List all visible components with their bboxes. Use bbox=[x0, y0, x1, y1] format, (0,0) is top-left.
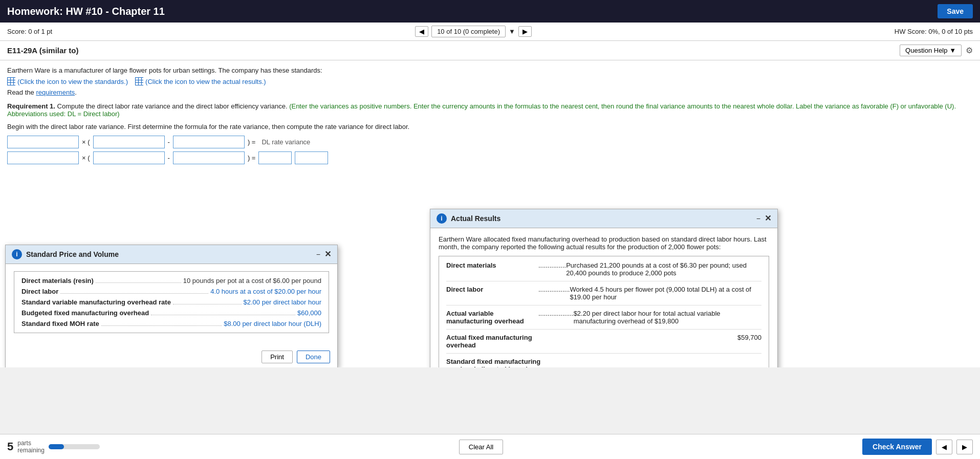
actual-intro-text: Earthern Ware allocated fixed manufactur… bbox=[439, 235, 769, 251]
actual-results-modal-header: i Actual Results − ✕ bbox=[430, 209, 777, 228]
intro-text: Earthern Ware is a manufacturer of large… bbox=[7, 67, 973, 74]
std-dots-3 bbox=[173, 304, 242, 304]
std-label-1: Direct materials (resin) bbox=[21, 277, 94, 285]
score-value: 0 of 1 pt bbox=[28, 28, 52, 35]
actual-label-4: Actual fixed manufacturing overhead bbox=[446, 334, 538, 349]
actual-label-2: Direct labor bbox=[446, 286, 538, 301]
top-header: Homework: HW #10 - Chapter 11 Save bbox=[0, 0, 980, 23]
formula-input-1[interactable] bbox=[7, 136, 79, 148]
actual-results-table: Direct materials ............... Purchas… bbox=[439, 256, 769, 367]
standards-link-text: (Click the icon to view the standards.) bbox=[17, 78, 128, 85]
req-instruction-para: Requirement 1. Compute the direct labor … bbox=[7, 102, 973, 118]
actual-value-4: $59,700 bbox=[737, 334, 761, 349]
formula-input-6[interactable] bbox=[173, 151, 245, 164]
actual-results-minimize-button[interactable]: − bbox=[756, 214, 760, 223]
std-value-4: $60,000 bbox=[297, 309, 321, 317]
standard-price-modal-footer: Print Done bbox=[6, 346, 337, 367]
nav-prev-button[interactable]: ◀ bbox=[415, 26, 428, 37]
req-title-text: Compute the direct labor rate variance a… bbox=[57, 102, 288, 110]
formula-area: × ( - ) = DL rate variance × ( - ) = bbox=[7, 136, 973, 164]
gear-icon[interactable]: ⚙ bbox=[966, 46, 973, 55]
actual-label-3: Actual variable manufacturing overhead bbox=[446, 310, 538, 325]
formula-close-2: ) = bbox=[248, 154, 256, 162]
standard-price-done-button[interactable]: Done bbox=[297, 351, 330, 363]
icon-links: (Click the icon to view the standards.) … bbox=[7, 77, 973, 85]
req-line: Read the requirements. bbox=[7, 89, 973, 96]
nav-center: ◀ 10 of 10 (0 complete) ▼ ▶ bbox=[415, 26, 532, 37]
std-row-1: Direct materials (resin) 10 pounds per p… bbox=[21, 277, 321, 285]
actual-results-modal-body: Earthern Ware allocated fixed manufactur… bbox=[430, 228, 777, 367]
actual-row-5: Standard fixed manufacturing overhead al… bbox=[446, 358, 761, 367]
score-info: Score: 0 of 1 pt bbox=[7, 28, 52, 35]
info-icon-2: i bbox=[437, 213, 447, 224]
formula-row-2: × ( - ) = bbox=[7, 151, 973, 164]
question-id: E11-29A (similar to) bbox=[7, 46, 79, 55]
hw-score-label: HW Score: bbox=[895, 28, 927, 35]
question-header: E11-29A (similar to) Question Help ▼ ⚙ bbox=[0, 41, 980, 60]
standard-price-modal: i Standard Price and Volume − ✕ Direct m… bbox=[5, 245, 338, 367]
actual-row-1: Direct materials ............... Purchas… bbox=[446, 261, 761, 281]
std-value-5: $8.00 per direct labor hour (DLH) bbox=[224, 320, 321, 327]
req-paragraph: Begin with the direct labor rate varianc… bbox=[7, 123, 973, 130]
standard-price-close-button[interactable]: ✕ bbox=[324, 250, 331, 258]
actual-row-4: Actual fixed manufacturing overhead $59,… bbox=[446, 334, 761, 354]
actual-dots-2: ................. bbox=[538, 286, 570, 301]
std-row-2: Direct labor 4.0 hours at a cost of $20.… bbox=[21, 288, 321, 295]
std-label-4: Budgeted fixed manufacturing overhead bbox=[21, 309, 149, 317]
standard-price-modal-controls: − ✕ bbox=[316, 250, 331, 258]
actual-results-modal-title: i Actual Results bbox=[437, 213, 500, 224]
std-value-1: 10 pounds per pot at a cost of $6.00 per… bbox=[183, 277, 321, 285]
formula-times-2: × ( bbox=[82, 154, 90, 162]
chevron-down-icon: ▼ bbox=[949, 47, 956, 54]
formula-input-label[interactable] bbox=[295, 151, 328, 164]
score-label: Score: bbox=[7, 28, 27, 35]
actual-dots-1: ............... bbox=[538, 261, 566, 277]
std-dots-4 bbox=[151, 315, 295, 315]
grid-icon-1 bbox=[7, 77, 15, 85]
actual-label-1: Direct materials bbox=[446, 261, 538, 277]
question-help-button[interactable]: Question Help ▼ bbox=[900, 45, 962, 56]
formula-input-2[interactable] bbox=[93, 136, 165, 148]
formula-input-result[interactable] bbox=[258, 151, 292, 164]
hw-score-info: HW Score: 0%, 0 of 10 pts bbox=[895, 28, 973, 35]
actual-results-modal-controls: − ✕ bbox=[756, 214, 771, 223]
formula-minus-2: - bbox=[168, 154, 170, 162]
hw-score-value: 0%, 0 of 10 pts bbox=[928, 28, 973, 35]
main-content: Earthern Ware is a manufacturer of large… bbox=[0, 60, 980, 367]
actual-results-close-button[interactable]: ✕ bbox=[765, 214, 771, 223]
std-label-5: Standard fixed MOH rate bbox=[21, 320, 99, 327]
formula-input-5[interactable] bbox=[93, 151, 165, 164]
std-row-5: Standard fixed MOH rate $8.00 per direct… bbox=[21, 320, 321, 327]
standard-price-print-button[interactable]: Print bbox=[262, 351, 293, 363]
formula-times-1: × ( bbox=[82, 138, 90, 146]
standard-price-modal-title: i Standard Price and Volume bbox=[12, 249, 119, 259]
formula-minus-1: - bbox=[168, 138, 170, 146]
actual-dots-3: ................... bbox=[538, 310, 574, 325]
formula-input-4[interactable] bbox=[7, 151, 79, 164]
actual-results-link[interactable]: (Click the icon to view the actual resul… bbox=[135, 77, 266, 85]
std-label-3: Standard variable manufacturing overhead… bbox=[21, 298, 171, 306]
actual-results-link-text: (Click the icon to view the actual resul… bbox=[145, 78, 266, 85]
save-button[interactable]: Save bbox=[938, 4, 973, 18]
nav-next-button[interactable]: ▶ bbox=[518, 26, 532, 37]
standard-price-minimize-button[interactable]: − bbox=[316, 250, 320, 258]
actual-value-1: Purchased 21,200 pounds at a cost of $6.… bbox=[566, 261, 761, 277]
formula-row-1: × ( - ) = DL rate variance bbox=[7, 136, 973, 148]
actual-label-5: Standard fixed manufacturing overhead al… bbox=[446, 358, 549, 367]
actual-row-2: Direct labor ................. Worked 4.… bbox=[446, 286, 761, 305]
question-help-area: Question Help ▼ ⚙ bbox=[900, 45, 973, 56]
standard-price-modal-body: Direct materials (resin) 10 pounds per p… bbox=[6, 264, 337, 346]
actual-value-3: $2.20 per direct labor hour for total ac… bbox=[574, 310, 761, 325]
page-title: Homework: HW #10 - Chapter 11 bbox=[7, 6, 165, 17]
standards-link[interactable]: (Click the icon to view the standards.) bbox=[7, 77, 128, 85]
grid-icon-2 bbox=[135, 77, 143, 85]
requirements-link[interactable]: requirements bbox=[36, 89, 75, 96]
actual-row-3: Actual variable manufacturing overhead .… bbox=[446, 310, 761, 330]
req-title: Requirement 1. bbox=[7, 102, 55, 110]
formula-input-3[interactable] bbox=[173, 136, 245, 148]
actual-results-modal: i Actual Results − ✕ Earthern Ware alloc… bbox=[430, 209, 778, 367]
formula-dl-rate-label: DL rate variance bbox=[262, 138, 310, 146]
standard-price-table: Direct materials (resin) 10 pounds per p… bbox=[14, 271, 329, 333]
std-label-2: Direct labor bbox=[21, 288, 58, 295]
formula-close-1: ) = bbox=[248, 138, 256, 146]
